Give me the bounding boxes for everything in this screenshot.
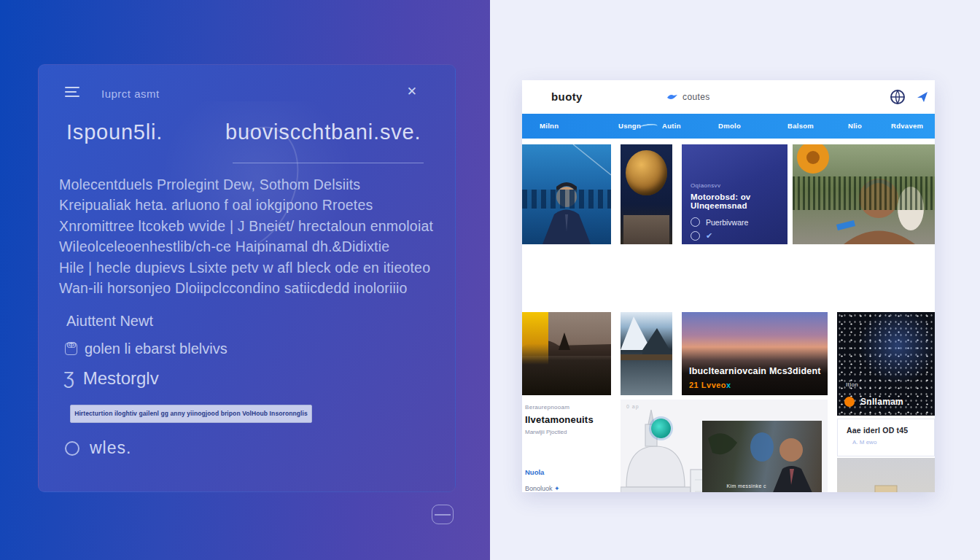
quiz-item-history-row[interactable]: Ʒ Mestorglv [63,368,159,389]
side-info-title: Aae iderl OD t45 [847,426,925,435]
dark-card-tag: Itlon [846,381,858,388]
quiz-card: Iuprct asmt ✕ Ispoun5li. buoviscchtbani.… [38,64,456,492]
dark-card-name-row: Snllamam [844,397,903,407]
story-badge: 21 Lvveox [689,381,731,389]
header-center-label: coutes [682,92,710,102]
article-a-kicker: Beraurepnooam [525,404,608,411]
promo-card[interactable]: Oqiaonsvv Motorobsd: ov Ulnqeemsnad Puer… [682,144,788,244]
promo-kicker: Oqiaonsvv [691,182,779,189]
circle-icon [65,441,79,456]
news-site-window: buoty coutes Milnn Usngn [522,80,935,492]
teal-badge-icon [651,419,671,438]
video-caption: Kim messinke c [702,483,790,489]
plants-backdrop [793,176,935,210]
paragraph-line: Kreipualiak heta. arluono f oal iokgipon… [59,195,453,215]
quiz-footer-link-row[interactable]: wles. [65,438,131,458]
sphere-ball [626,150,667,195]
thumbnail-sunset-reflection[interactable] [522,312,611,395]
article-card-b[interactable]: Nuola Bonoluok ✦ Malscedhor llovn B a il… [522,464,611,492]
quiz-submit-button[interactable]: Hirtecturtion iloghtiv gailenl gg anny y… [70,405,312,423]
nav-item-5[interactable]: Nlio [848,114,862,139]
nav-swoosh-icon [639,123,658,131]
screen: Iuprct asmt ✕ Ispoun5li. buoviscchtbani.… [0,0,980,560]
quiz-heading: Ispoun5li. buoviscchtbani.sve. [66,120,446,144]
thumbnail-man-portrait[interactable] [793,144,935,244]
main-navbar: Milnn Usngn Autin Dmolo Balsom Nlio Rdva… [522,114,935,139]
article-b-source: Bonoluok ✦ [525,485,608,492]
site-header: buoty coutes [522,80,935,114]
quiz-footer-link: wles. [90,438,131,458]
checkbox-icon[interactable] [65,343,77,355]
article-a-title: Ilvetamoneuits [525,414,608,425]
story-card-sky[interactable]: Ibucltearniovcain Mcs3dident 21 Lvveox [682,312,828,395]
paragraph-line: Xnromittree ltcokeb wvide | J Bneiet/ hr… [59,216,453,236]
thumbnail-news-anchor[interactable] [522,144,611,244]
nav-item-4[interactable]: Balsom [788,114,814,139]
background-e-glyph-icon [432,505,454,524]
promo-option-label: Puerbivware [706,218,748,227]
paragraph-line: Wan-ili horsonjeo Dloiipclccondino satii… [59,278,453,298]
yogh-glyph-icon: Ʒ [63,368,74,389]
quiz-heading-left: Ispoun5li. [66,120,163,144]
quiz-item-checkbox-row[interactable]: golen li ebarst blelvivs [65,341,228,357]
skyline-backdrop [522,190,611,209]
suit-man-figure [702,421,822,492]
video-thumbnail-man-suit[interactable]: Kim messinke c [702,421,822,492]
close-icon[interactable]: ✕ [407,84,417,99]
quiz-item-checkbox-label: golen li ebarst blelvivs [85,341,228,357]
site-logo[interactable]: buoty [551,90,583,103]
quiz-paragraph: Molecentduels Prrolegint Dew, Sothom Del… [59,174,453,298]
radio-icon[interactable] [691,231,700,241]
thumbnail-city-sketch[interactable] [837,458,935,492]
nav-item-2[interactable]: Autin [662,114,681,139]
paragraph-line: Hile | hecle dupievs Lsixte petv w afl b… [59,257,453,278]
globe-icon[interactable] [890,89,906,105]
thumbnail-gold-sphere[interactable] [621,144,672,244]
nav-item-6[interactable]: Rdvavem [891,114,923,139]
radio-icon[interactable] [691,217,700,227]
mountain-shape [621,312,672,395]
promo-option-row[interactable]: Puerbivware [691,217,779,227]
article-card-a[interactable]: Beraurepnooam Ilvetamoneuits Marwljii Pj… [522,398,611,458]
heading-divider [233,163,424,163]
dark-card-name: Snllamam [860,397,903,407]
sunset-glow [522,312,548,365]
city-sketch-buildings [837,458,935,492]
send-plane-icon[interactable] [916,90,929,104]
nav-item-1[interactable]: Usngn [618,114,641,139]
quiz-topbar: Iuprct asmt ✕ [39,65,455,107]
side-info-sub: A. M ewo [852,439,925,446]
header-center-group[interactable]: coutes [666,80,710,114]
side-info-card[interactable]: Aae iderl OD t45 A. M ewo [837,419,935,456]
sketch-illustration[interactable]: 0 ap [621,400,828,492]
story-title: Ibucltearniovcain Mcs3dident [689,366,821,376]
article-b-label: Nuola [525,468,608,476]
illustration-meta: 0 ap [626,404,639,409]
quiz-item-history-label: Mestorglv [83,368,159,389]
article-a-sub: Marwljii Pjoctied [525,429,608,435]
bird-logo-icon [666,93,678,101]
nav-item-3[interactable]: Dmolo [718,114,741,139]
thumbnail-particles[interactable]: Itlon Snllamam [837,312,935,416]
news-panel-background: buoty coutes Milnn Usngn [490,0,980,560]
quiz-topbar-label: Iuprct asmt [101,88,160,100]
quiz-item-attent: Aiuttent Newt [66,313,153,330]
promo-check-row[interactable]: ✔ [691,231,779,241]
paragraph-line: Wileolceleoenhestlib/ch-ce Haipinamal dh… [59,236,453,257]
check-icon: ✔ [706,231,712,241]
paragraph-line: Molecentduels Prrolegint Dew, Sothom Del… [59,174,453,195]
promo-title: Motorobsd: ov Ulnqeemsnad [691,192,779,210]
sparkle-icon: ✦ [554,485,560,492]
quiz-panel-background: Iuprct asmt ✕ Ispoun5li. buoviscchtbani.… [0,0,490,560]
quiz-heading-right: buoviscchtbani.sve. [225,120,421,144]
hamburger-menu-icon[interactable] [65,87,79,98]
content-grid: Oqiaonsvv Motorobsd: ov Ulnqeemsnad Puer… [522,139,935,492]
nav-item-0[interactable]: Milnn [540,114,559,139]
thumbnail-mountain-lake[interactable] [621,312,672,395]
badge-accent: x [726,381,731,389]
orange-dot-icon [844,397,855,407]
sphere-pedestal [623,215,669,244]
